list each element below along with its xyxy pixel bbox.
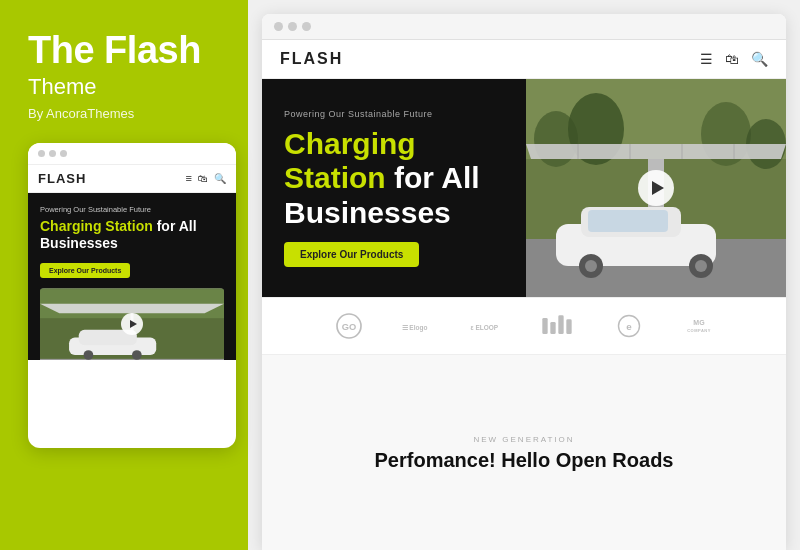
bag-icon[interactable]: 🛍 <box>725 51 739 67</box>
mobile-nav-bar: FLASH ≡ 🛍 🔍 <box>28 165 236 193</box>
svg-text:☰ Elogo: ☰ Elogo <box>402 324 428 332</box>
mobile-dot-2 <box>49 150 56 157</box>
mobile-hero: Powering Our Sustainable Future Charging… <box>28 193 236 361</box>
mobile-play-btn[interactable] <box>121 313 143 335</box>
site-hero-title: ChargingStation for AllBusinesses <box>284 127 504 231</box>
hero-play-btn[interactable] <box>638 170 674 206</box>
site-hero-right <box>526 79 786 297</box>
search-icon[interactable]: 🔍 <box>751 51 768 67</box>
logo-eloop-svg: ε ELOOP <box>469 312 509 340</box>
mobile-cta-btn[interactable]: Explore Our Products <box>40 263 130 278</box>
logo-circular-svg: e <box>609 312 649 340</box>
by-line: By AncoraThemes <box>28 106 134 121</box>
browser-dot-1 <box>274 22 283 31</box>
logo-bars <box>539 312 579 340</box>
browser-mockup: FLASH ☰ 🛍 🔍 Powering Our Sustainable Fut… <box>262 14 786 550</box>
new-generation-label: NEW GENERATION <box>473 435 574 444</box>
svg-marker-15 <box>526 144 786 159</box>
logo-eloop: ε ELOOP <box>469 312 509 340</box>
site-hero-left: Powering Our Sustainable Future Charging… <box>262 79 526 297</box>
theme-title: The Flash <box>28 30 201 72</box>
svg-text:MG: MG <box>693 319 705 326</box>
mobile-mockup: FLASH ≡ 🛍 🔍 Powering Our Sustainable Fut… <box>28 143 236 448</box>
bottom-section: NEW GENERATION Perfomance! Hello Open Ro… <box>262 355 786 550</box>
svg-rect-32 <box>542 318 547 334</box>
browser-dot-3 <box>302 22 311 31</box>
bottom-heading: Perfomance! Hello Open Roads <box>375 448 674 473</box>
hero-car-scene <box>526 79 786 297</box>
mobile-dot-1 <box>38 150 45 157</box>
svg-point-7 <box>132 351 142 361</box>
logo-circular: e <box>609 312 649 340</box>
browser-dot-2 <box>288 22 297 31</box>
svg-point-25 <box>585 260 597 272</box>
browser-top-bar <box>262 14 786 40</box>
mobile-hero-image <box>40 288 224 360</box>
svg-rect-34 <box>558 315 563 334</box>
mobile-site-logo: FLASH <box>38 171 86 186</box>
svg-text:ε ELOOP: ε ELOOP <box>471 324 499 331</box>
site-nav-icons: ☰ 🛍 🔍 <box>700 51 768 67</box>
svg-marker-2 <box>40 304 224 314</box>
logo-company: MG COMPANY <box>679 312 719 340</box>
mobile-hero-title-yellow: Charging Station <box>40 218 153 234</box>
site-nav: FLASH ☰ 🛍 🔍 <box>262 40 786 79</box>
right-panel: FLASH ☰ 🛍 🔍 Powering Our Sustainable Fut… <box>248 0 800 550</box>
logo-elogo: ☰ Elogo <box>399 312 439 340</box>
logo-elogo-svg: ☰ Elogo <box>399 312 439 340</box>
svg-rect-27 <box>588 210 668 232</box>
svg-point-6 <box>84 351 94 361</box>
mobile-nav-icons: ≡ 🛍 🔍 <box>186 172 226 184</box>
mobile-browser-bar <box>28 143 236 165</box>
logo-go: GO <box>329 312 369 340</box>
logo-company-svg: MG COMPANY <box>679 312 719 340</box>
svg-text:GO: GO <box>342 322 357 332</box>
browser-content: FLASH ☰ 🛍 🔍 Powering Our Sustainable Fut… <box>262 40 786 550</box>
site-cta-btn[interactable]: Explore Our Products <box>284 242 419 267</box>
site-hero: Powering Our Sustainable Future Charging… <box>262 79 786 297</box>
svg-rect-35 <box>566 319 571 334</box>
mobile-bag-icon: 🛍 <box>198 173 208 184</box>
mobile-hero-title: Charging Station for All Businesses <box>40 218 224 252</box>
browser-dots <box>274 22 311 31</box>
svg-point-26 <box>695 260 707 272</box>
logo-go-svg: GO <box>329 312 369 340</box>
left-panel: The Flash Theme By AncoraThemes FLASH ≡ … <box>0 0 248 550</box>
theme-subtitle: Theme <box>28 74 96 100</box>
hero-subtitle: Powering Our Sustainable Future <box>284 109 504 119</box>
logos-bar: GO ☰ Elogo ε ELOOP <box>262 297 786 355</box>
mobile-dot-3 <box>60 150 67 157</box>
svg-text:COMPANY: COMPANY <box>687 328 711 333</box>
menu-icon[interactable]: ☰ <box>700 51 713 67</box>
svg-rect-33 <box>550 322 555 334</box>
mobile-hero-subtitle: Powering Our Sustainable Future <box>40 205 224 214</box>
logo-bars-svg <box>539 312 579 340</box>
mobile-menu-icon: ≡ <box>186 172 192 184</box>
svg-text:e: e <box>626 321 632 332</box>
mobile-dots <box>38 150 67 157</box>
mobile-search-icon: 🔍 <box>214 173 226 184</box>
site-logo: FLASH <box>280 50 343 68</box>
